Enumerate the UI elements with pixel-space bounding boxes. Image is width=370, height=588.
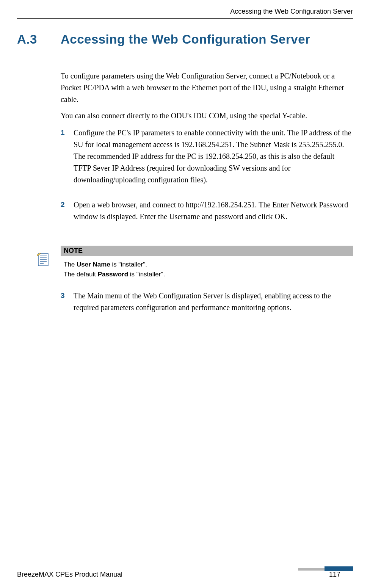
step-2: 2 Open a web browser, and connect to htt… bbox=[61, 199, 353, 223]
footer-accent bbox=[298, 566, 353, 571]
note-header: NOTE bbox=[61, 246, 353, 256]
note-line-2-suffix: is "installer". bbox=[128, 271, 165, 278]
step-3-text: The Main menu of the Web Configuration S… bbox=[74, 290, 353, 314]
note-box: NOTE The User Name is "installer". The d… bbox=[61, 246, 353, 281]
note-line-2: The default Password is "installer". bbox=[64, 270, 350, 279]
footer-page-number: 117 bbox=[329, 571, 340, 579]
footer-rule bbox=[17, 567, 296, 567]
step-3-number: 3 bbox=[61, 290, 65, 301]
note-icon bbox=[36, 252, 51, 267]
intro-paragraph-1: To configure parameters using the Web Co… bbox=[61, 70, 353, 105]
step-1-number: 1 bbox=[61, 127, 65, 138]
note-line-1-suffix: is "installer". bbox=[110, 261, 147, 268]
note-line-1-prefix: The bbox=[64, 261, 77, 268]
step-3: 3 The Main menu of the Web Configuration… bbox=[61, 290, 353, 314]
note-line-1-bold: User Name bbox=[77, 261, 110, 268]
intro-paragraph-2: You can also connect directly to the ODU… bbox=[61, 110, 353, 122]
section-heading: A.3Accessing the Web Configuration Serve… bbox=[17, 32, 310, 47]
running-header: Accessing the Web Configuration Server bbox=[230, 8, 353, 16]
step-2-number: 2 bbox=[61, 199, 65, 210]
footer-manual-name: BreezeMAX CPEs Product Manual bbox=[17, 571, 122, 579]
note-line-2-prefix: The default bbox=[64, 271, 98, 278]
step-1: 1 Configure the PC's IP parameters to en… bbox=[61, 127, 353, 186]
step-2-text: Open a web browser, and connect to http:… bbox=[74, 199, 353, 223]
header-rule bbox=[17, 18, 353, 19]
step-1-text: Configure the PC's IP parameters to enab… bbox=[74, 127, 353, 186]
note-line-2-bold: Password bbox=[98, 271, 128, 278]
section-title: Accessing the Web Configuration Server bbox=[61, 32, 310, 46]
note-body: The User Name is "installer". The defaul… bbox=[61, 256, 353, 281]
note-line-1: The User Name is "installer". bbox=[64, 260, 350, 270]
section-number: A.3 bbox=[17, 32, 61, 47]
